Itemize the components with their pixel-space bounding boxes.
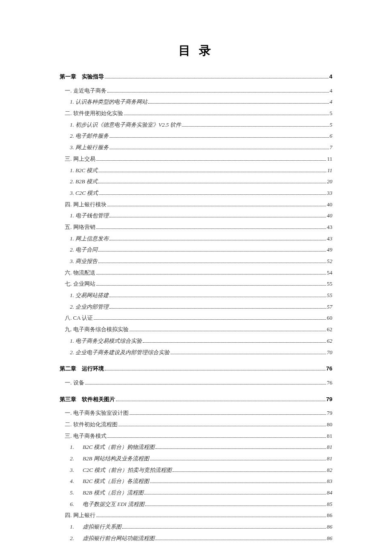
toc-leader-dots [156,540,326,540]
toc-entry-label: 3.C2C 模式（前台）拍卖与竞拍流程图 [70,465,172,476]
toc-entry: 5.B2B 模式（后台）流程图84 [60,488,332,498]
toc-entry: 四. 网上银行模块40 [60,199,332,210]
toc-page-number: 6 [330,131,333,142]
toc-page-number: 20 [327,176,332,187]
toc-entry: 三. 电子商务模式81 [60,431,332,442]
toc-leader-dots [130,414,326,415]
toc-leader-dots [107,437,326,438]
chapter-number: 第一章 [60,72,82,82]
toc-entry-label: 2. 电子邮件服务 [70,131,109,142]
table-of-contents: 第一章实验指导4一. 走近电子商务41. 认识各种类型的电子商务网站4二. 软件… [60,72,332,544]
toc-leader-dots [96,517,326,517]
toc-entry: 三. 网上交易11 [60,154,332,165]
toc-page-number: 76 [326,364,332,374]
toc-entry: 3. C2C 模式33 [60,188,332,199]
toc-entry-label: 三. 电子商务模式 [65,431,107,442]
toc-entry: 1. 初步认识《德意电子商务实验室》V2.5 软件5 [60,120,332,130]
toc-entry-label: 一. 设备 [65,378,84,388]
toc-entry-label: 2. 企业内部管理 [70,302,109,312]
toc-entry: 四. 网上银行86 [60,510,332,521]
toc-page-number: 11 [327,165,332,176]
toc-entry-label: 第一章实验指导 [60,72,104,82]
toc-leader-dots [124,115,329,115]
toc-leader-dots [107,206,326,206]
toc-leader-dots [85,384,326,384]
toc-page-number: 80 [327,419,332,430]
toc-page-number: 86 [327,522,332,532]
toc-page-number: 85 [327,499,332,510]
toc-leader-dots [182,126,329,127]
toc-entry: 1. B2C 模式11 [60,165,332,176]
toc-entry: 4.B2C 模式（后台）各流程图83 [60,476,332,487]
toc-page-number: 11 [327,154,332,165]
toc-leader-dots [98,183,326,183]
toc-entry: 3. 网上银行服务7 [60,142,332,153]
toc-entry: 2. 企业内部管理57 [60,302,332,312]
toc-page-number: 4 [329,72,332,82]
toc-page-number: 57 [327,302,332,312]
toc-entry-label: 5.B2B 模式（后台）流程图 [70,488,144,498]
toc-entry-label: 六. 物流配送 [65,268,95,278]
toc-entry: 一. 电子商务实验室设计图79 [60,408,332,419]
toc-leader-dots [144,494,326,494]
toc-page-number: 86 [327,510,332,521]
toc-page-number: 62 [327,324,332,335]
toc-page-number: 49 [327,245,332,255]
toc-entry-label: 6.电子数据交互 EDI 流程图 [70,499,144,510]
toc-entry: 3.C2C 模式（前台）拍卖与竞拍流程图82 [60,465,332,476]
toc-page-number: 79 [326,394,332,405]
toc-entry: 2. B2B 模式20 [60,176,332,187]
toc-entry: 2.虚拟银行前台网站功能流程图86 [60,533,332,544]
toc-page-number: 55 [327,279,332,289]
toc-entry-label: 3. 网上银行服务 [70,142,109,153]
toc-page-number: 5 [330,120,333,130]
sub-number: 1. [70,522,83,532]
sub-number: 5. [70,488,83,498]
toc-entry: 2. 电子合同49 [60,245,332,255]
sub-number: 3. [70,465,83,476]
toc-leader-dots [98,251,326,251]
chapter-number: 第三章 [60,394,82,405]
toc-entry-label: 二. 软件初始化流程图 [65,419,118,430]
toc-entry-label: 4.B2C 模式（后台）各流程图 [70,476,149,487]
toc-entry-label: 三. 网上交易 [65,154,95,165]
toc-entry: 五. 网络营销43 [60,222,332,233]
sub-number: 2. [70,454,83,464]
toc-leader-dots [96,228,326,229]
toc-page-number: 86 [327,533,332,544]
toc-leader-dots [122,528,326,529]
toc-page-number: 82 [327,465,332,476]
sub-number: 1. [70,442,83,453]
toc-entry: 1. 认识各种类型的电子商务网站4 [60,97,332,107]
toc-page-number: 70 [327,347,332,358]
toc-leader-dots [98,172,326,172]
toc-page-number: 83 [327,476,332,487]
toc-entry-label: 四. 网上银行 [65,510,95,521]
toc-entry-label: 1. 初步认识《德意电子商务实验室》V2.5 软件 [70,120,181,130]
toc-entry: 二. 软件初始化流程图80 [60,419,332,430]
toc-entry-label: 1. 电子商务交易模式综合实验 [70,336,142,347]
toc-page-number: 84 [327,488,332,498]
toc-page-number: 4 [330,97,333,107]
toc-leader-dots [96,160,326,161]
toc-leader-dots [150,483,326,483]
toc-entry-label: 2.虚拟银行前台网站功能流程图 [70,533,155,544]
toc-leader-dots [98,263,326,263]
toc-leader-dots [96,274,326,275]
toc-page-number: 55 [327,290,332,301]
toc-leader-dots [110,217,326,217]
toc-page-number: 40 [327,211,332,221]
toc-leader-dots [110,308,326,309]
toc-entry: 1. 交易网站搭建55 [60,290,332,301]
toc-leader-dots [105,370,326,370]
toc-entry-label: 二. 软件使用初始化实验 [65,108,123,119]
toc-entry-label: 四. 网上银行模块 [65,199,107,210]
toc-entry: 2.B2B 网站结构及业务流程图81 [60,454,332,464]
toc-leader-dots [105,78,329,78]
toc-leader-dots [110,297,326,297]
toc-entry-label: 3. 商业报告 [70,256,98,267]
toc-entry-label: 1. 网上信息发布 [70,234,109,244]
toc-entry-label: 1.虚拟银行关系图 [70,522,121,532]
toc-entry-label: 1.B2C 模式（前台）购物流程图 [70,442,155,453]
toc-page-number: 60 [327,313,332,324]
